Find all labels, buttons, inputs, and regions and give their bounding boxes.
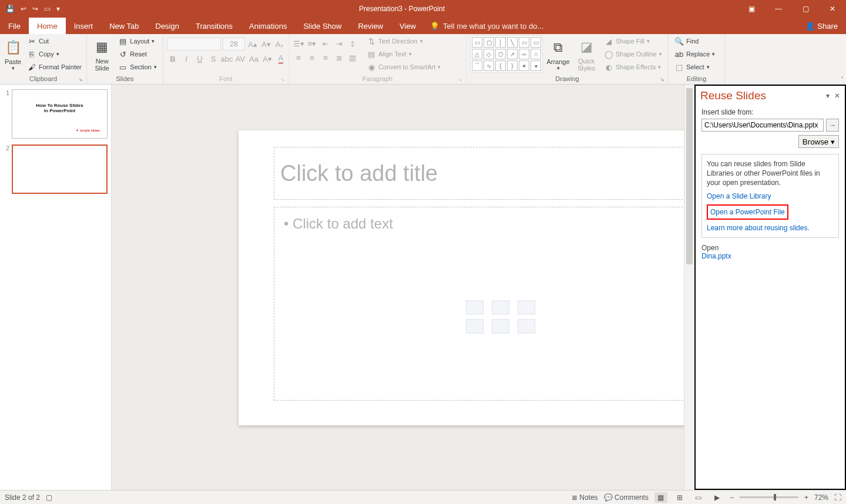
find-button[interactable]: 🔍Find: [672, 35, 717, 47]
tab-transitions[interactable]: Transitions: [187, 18, 241, 34]
decrease-font-icon[interactable]: A▾: [260, 38, 272, 50]
italic-icon[interactable]: I: [180, 53, 192, 65]
shadow-icon[interactable]: abc: [221, 53, 233, 65]
title-placeholder[interactable]: Click to add title: [274, 147, 694, 200]
reset-button[interactable]: ↺Reset: [116, 48, 159, 60]
tab-insert[interactable]: Insert: [66, 18, 102, 34]
zoom-level[interactable]: 72%: [814, 493, 828, 502]
insert-picture-icon[interactable]: [466, 319, 484, 333]
comments-button[interactable]: 💬 Comments: [604, 493, 649, 502]
slideshow-view-icon[interactable]: ▶: [711, 492, 724, 503]
replace-button[interactable]: abReplace▾: [672, 48, 717, 60]
underline-icon[interactable]: U: [194, 53, 206, 65]
align-right-icon[interactable]: ≡: [320, 52, 331, 63]
tab-animations[interactable]: Animations: [241, 18, 295, 34]
tab-design[interactable]: Design: [147, 18, 187, 34]
thumbnail-2[interactable]: 2: [4, 145, 108, 194]
align-text-button[interactable]: ▤Align Text▾: [364, 48, 443, 60]
font-name-input[interactable]: [167, 38, 221, 51]
zoom-in-icon[interactable]: +: [804, 493, 808, 502]
content-placeholder[interactable]: • Click to add text: [274, 207, 694, 401]
insert-chart-icon[interactable]: [492, 300, 509, 314]
slide-sorter-view-icon[interactable]: ⊞: [673, 492, 686, 503]
pane-close-icon[interactable]: ✕: [834, 92, 840, 100]
tab-newtab[interactable]: New Tab: [101, 18, 147, 34]
learn-more-link[interactable]: Learn more about reusing slides.: [707, 223, 834, 233]
strikethrough-icon[interactable]: S: [207, 53, 219, 65]
insert-table-icon[interactable]: [466, 300, 484, 314]
tab-slideshow[interactable]: Slide Show: [295, 18, 350, 34]
recent-file-link[interactable]: Dina.pptx: [701, 252, 731, 260]
start-from-beginning-icon[interactable]: ▭: [44, 5, 51, 13]
decrease-indent-icon[interactable]: ⇤: [320, 38, 331, 49]
reading-view-icon[interactable]: ▭: [692, 492, 705, 503]
tell-me[interactable]: 💡 Tell me what you want to do...: [430, 18, 543, 34]
close-icon[interactable]: ✕: [819, 0, 846, 18]
align-center-icon[interactable]: ≡: [306, 52, 318, 63]
font-highlight-icon[interactable]: A▾: [261, 53, 273, 65]
save-icon[interactable]: 💾: [6, 5, 15, 13]
dialog-launcher-icon[interactable]: ↘: [458, 76, 462, 82]
shape-effects-button[interactable]: ◐Shape Effects▾: [602, 61, 664, 73]
change-case-icon[interactable]: Aa: [248, 53, 260, 65]
redo-icon[interactable]: ↪: [32, 5, 38, 13]
cut-button[interactable]: ✂Cut: [25, 35, 84, 47]
arrange-button[interactable]: ⧉ Arrange ▾: [545, 35, 571, 74]
increase-indent-icon[interactable]: ⇥: [333, 38, 345, 49]
qat-more-icon[interactable]: ▾: [56, 5, 60, 13]
font-size-input[interactable]: [223, 38, 245, 51]
scrollbar-thumb[interactable]: [686, 88, 693, 264]
open-slide-library-link[interactable]: Open a Slide Library: [707, 191, 834, 201]
zoom-slider-thumb[interactable]: [774, 494, 776, 500]
browse-button[interactable]: Browse ▾: [798, 135, 839, 148]
tab-review[interactable]: Review: [350, 18, 391, 34]
numbering-icon[interactable]: ≡▾: [306, 38, 318, 49]
fit-to-window-icon[interactable]: ⛶: [834, 493, 841, 502]
vertical-scrollbar[interactable]: [684, 85, 694, 490]
shapes-gallery[interactable]: ▭▢│╲▭▭ △◇⬡↗⇨☆ ⌒∿{}✦▾: [470, 35, 543, 73]
zoom-slider[interactable]: [740, 496, 798, 498]
copy-button[interactable]: ⎘Copy▾: [25, 48, 84, 60]
minimize-icon[interactable]: —: [765, 0, 792, 18]
line-spacing-icon[interactable]: ‡: [347, 38, 358, 49]
share-button[interactable]: 👤 Share: [797, 18, 846, 34]
bold-icon[interactable]: B: [167, 53, 179, 65]
convert-smartart-button[interactable]: ◉Convert to SmartArt▾: [364, 61, 443, 73]
normal-view-icon[interactable]: ▦: [654, 492, 667, 503]
ribbon-display-options-icon[interactable]: ▣: [738, 0, 765, 18]
dialog-launcher-icon[interactable]: ↘: [660, 76, 664, 82]
go-button[interactable]: →: [826, 119, 839, 132]
spell-check-icon[interactable]: ▢: [46, 493, 52, 502]
open-powerpoint-file-link[interactable]: Open a PowerPoint File: [707, 204, 788, 220]
insert-smartart-icon[interactable]: [518, 300, 535, 314]
paste-button[interactable]: 📋 Paste ▾: [4, 35, 22, 74]
maximize-icon[interactable]: ▢: [792, 0, 819, 18]
tab-file[interactable]: File: [0, 18, 29, 34]
slide-counter[interactable]: Slide 2 of 2: [5, 493, 40, 502]
dialog-launcher-icon[interactable]: ↘: [78, 76, 83, 82]
notes-button[interactable]: ≣ Notes: [572, 493, 598, 502]
select-button[interactable]: ⬚Select▾: [672, 61, 717, 73]
insert-from-input[interactable]: [701, 119, 824, 132]
dialog-launcher-icon[interactable]: ↘: [280, 76, 285, 82]
section-button[interactable]: ▭Section▾: [116, 61, 159, 73]
columns-icon[interactable]: ▥: [347, 52, 358, 63]
pane-options-icon[interactable]: ▾: [826, 92, 830, 100]
shape-outline-button[interactable]: ◯Shape Outline▾: [602, 48, 664, 60]
undo-icon[interactable]: ↩: [21, 5, 26, 13]
quick-styles-button[interactable]: ◪ Quick Styles: [573, 35, 599, 74]
new-slide-button[interactable]: ▦ New Slide: [90, 35, 113, 74]
justify-icon[interactable]: ≣: [333, 52, 345, 63]
layout-button[interactable]: ▤Layout▾: [116, 35, 159, 47]
insert-online-picture-icon[interactable]: [492, 319, 509, 333]
insert-video-icon[interactable]: [518, 319, 535, 333]
tab-view[interactable]: View: [391, 18, 424, 34]
text-direction-button[interactable]: ⇅Text Direction▾: [364, 35, 443, 47]
collapse-ribbon-icon[interactable]: ˄: [841, 76, 844, 82]
font-color-icon[interactable]: A: [275, 53, 287, 65]
bullets-icon[interactable]: ☰▾: [293, 38, 304, 49]
format-painter-button[interactable]: 🖌Format Painter: [25, 61, 84, 73]
thumbnail-1[interactable]: 1 How To Reuse SlidesIn PowerPoint ✦ sim…: [4, 89, 108, 139]
increase-font-icon[interactable]: A▴: [247, 38, 258, 50]
zoom-out-icon[interactable]: −: [730, 493, 734, 502]
